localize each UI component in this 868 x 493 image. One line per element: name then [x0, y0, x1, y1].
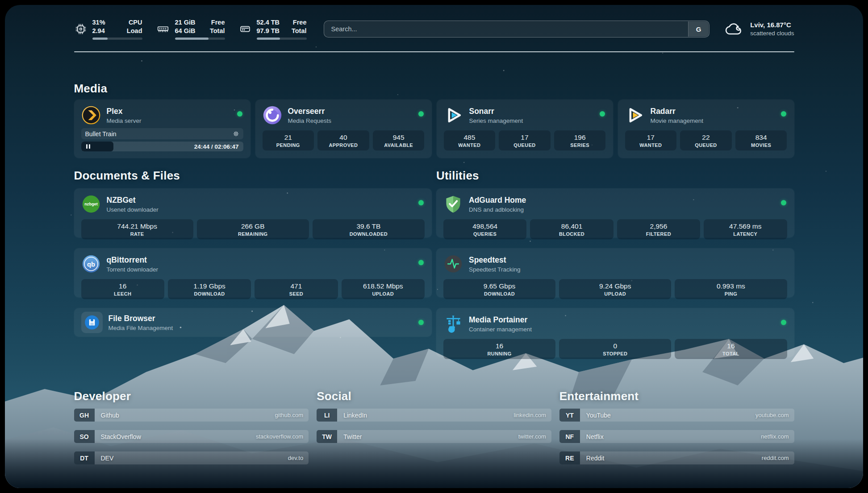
- status-dot: [600, 111, 605, 117]
- status-dot: [418, 320, 424, 325]
- portainer-icon: [443, 314, 463, 334]
- card-sonarr[interactable]: Sonarr Series management 485WANTED 17QUE…: [437, 100, 613, 158]
- service-title: Speedtest: [469, 255, 521, 265]
- card-nzbget[interactable]: nzbget NZBGet Usenet downloader 744.21 M…: [74, 188, 432, 238]
- bookmark-name: DEV: [95, 451, 114, 464]
- bookmark-url: github.com: [275, 409, 309, 422]
- now-playing-row: Bullet Train: [81, 128, 243, 139]
- card-plex[interactable]: Plex Media server Bullet Train: [74, 100, 250, 158]
- qbittorrent-icon: qb: [81, 254, 101, 274]
- bookmark-stackoverflow[interactable]: SO StackOverflow stackoverflow.com: [74, 430, 309, 443]
- service-desc: Torrent downloader: [107, 266, 159, 273]
- bookmark-dev[interactable]: DT DEV dev.to: [74, 451, 309, 464]
- stat-label: DOWNLOAD: [484, 291, 515, 297]
- stat-label: QUEUED: [695, 142, 717, 148]
- stat-value: 22: [702, 133, 709, 142]
- bookmark-youtube[interactable]: YT YouTube youtube.com: [559, 409, 794, 422]
- card-portainer[interactable]: Media Portainer Container management 16R…: [436, 308, 794, 357]
- filebrowser-icon-box: [81, 312, 103, 333]
- stat-label: STOPPED: [603, 351, 627, 357]
- service-title: Plex: [107, 106, 142, 116]
- stat-label: TOTAL: [722, 351, 739, 357]
- bookmark-twitter[interactable]: TW Twitter twitter.com: [317, 430, 551, 443]
- card-qbittorrent[interactable]: qb qBittorrent Torrent downloader 16LEEC…: [74, 248, 432, 297]
- memory-total-value: 64 GiB: [175, 27, 196, 35]
- plex-icon: [81, 105, 101, 125]
- stat-tile: 485WANTED: [444, 130, 496, 150]
- stat-tile: 47.569 msLATENCY: [704, 219, 787, 239]
- pause-icon: [86, 144, 90, 149]
- status-dot: [781, 320, 786, 325]
- card-radarr[interactable]: Radarr Movie management 17WANTED 22QUEUE…: [618, 100, 794, 158]
- card-speedtest[interactable]: Speedtest Speedtest Tracking 9.65 GbpsDO…: [436, 248, 794, 297]
- header-divider: [74, 51, 794, 52]
- card-overseerr[interactable]: Overseerr Media Requests 21PENDING 40APP…: [255, 100, 432, 158]
- service-title: Sonarr: [469, 106, 523, 116]
- bookmark-netflix[interactable]: NF Netflix netflix.com: [559, 430, 794, 443]
- service-title: Media Portainer: [469, 315, 532, 325]
- bookmark-linkedin[interactable]: LI LinkedIn linkedin.com: [317, 409, 551, 422]
- stat-label: RATE: [130, 231, 144, 237]
- service-desc: Media File Management: [108, 324, 173, 332]
- disk-progress-bar: [257, 38, 307, 40]
- stat-value: 0.993 ms: [717, 282, 745, 290]
- bookmark-name: StackOverflow: [95, 430, 141, 443]
- section-developer: Developer GH Github github.com SO StackO…: [74, 389, 309, 464]
- memory-widget: 21 GiB 64 GiB Free Total: [156, 18, 225, 40]
- status-dot: [418, 111, 424, 117]
- stat-label: SERIES: [570, 142, 589, 148]
- stat-value: 945: [393, 133, 405, 142]
- media-heading: Media: [74, 82, 794, 96]
- bookmark-abbr: DT: [74, 451, 95, 464]
- stat-value: 196: [574, 133, 586, 142]
- bookmark-url: youtube.com: [755, 409, 794, 422]
- service-desc: Container management: [469, 326, 532, 333]
- stat-value: 47.569 ms: [729, 222, 761, 230]
- cpu-usage-label: CPU: [127, 18, 142, 27]
- bookmark-abbr: RE: [559, 451, 580, 464]
- service-desc: Media server: [107, 117, 142, 125]
- stat-tile: 86,401BLOCKED: [530, 219, 613, 239]
- search-input[interactable]: [324, 21, 710, 38]
- memory-free-value: 21 GiB: [175, 18, 196, 27]
- dashboard-background: 31% 2.94 CPU Load: [5, 5, 863, 488]
- bookmark-github[interactable]: GH Github github.com: [74, 409, 309, 422]
- svg-text:qb: qb: [87, 261, 95, 268]
- stat-label: LEECH: [114, 291, 131, 297]
- card-adguard[interactable]: AdGuard Home DNS and adblocking 498,564Q…: [436, 188, 794, 238]
- stat-value: 471: [291, 282, 302, 290]
- service-title: Overseerr: [288, 106, 332, 116]
- stat-tile: 266 GBREMAINING: [197, 219, 309, 239]
- cpu-widget: 31% 2.94 CPU Load: [74, 18, 142, 40]
- weather-condition: scattered clouds: [750, 29, 794, 38]
- bookmark-abbr: LI: [317, 409, 337, 422]
- search-provider-button[interactable]: G: [688, 21, 709, 37]
- card-filebrowser[interactable]: File Browser Media File Management: [74, 308, 432, 337]
- cloud-icon: [725, 21, 744, 37]
- stat-tile: 21PENDING: [263, 130, 314, 150]
- bookmark-url: reddit.com: [762, 451, 794, 464]
- section-media: Media Plex Media server: [74, 82, 794, 158]
- memory-total-label: Total: [210, 27, 225, 35]
- sonarr-icon: [444, 105, 463, 125]
- stat-value: 86,401: [561, 222, 582, 230]
- bookmark-url: netflix.com: [761, 430, 794, 443]
- disk-total-label: Total: [292, 27, 307, 35]
- bookmark-url: linkedin.com: [514, 409, 551, 422]
- gear-icon[interactable]: [233, 130, 239, 137]
- stat-label: SEED: [289, 291, 304, 297]
- stat-value: 16: [496, 342, 503, 350]
- section-social: Social LI LinkedIn linkedin.com TW Twitt…: [317, 389, 551, 464]
- service-title: Radarr: [651, 106, 704, 116]
- stat-tile: 1.19 GbpsDOWNLOAD: [168, 279, 251, 299]
- status-dot: [418, 260, 424, 265]
- overseerr-icon: [263, 105, 282, 125]
- bookmark-reddit[interactable]: RE Reddit reddit.com: [559, 451, 794, 464]
- stat-tile: 945AVAILABLE: [373, 130, 425, 150]
- section-documents: Documents & Files nzbget NZBGet: [74, 169, 432, 357]
- stat-label: WANTED: [639, 142, 662, 148]
- speedtest-icon: [443, 254, 463, 274]
- bookmark-url: twitter.com: [518, 430, 551, 443]
- disk-free-label: Free: [292, 18, 307, 27]
- stat-label: LATENCY: [733, 231, 757, 237]
